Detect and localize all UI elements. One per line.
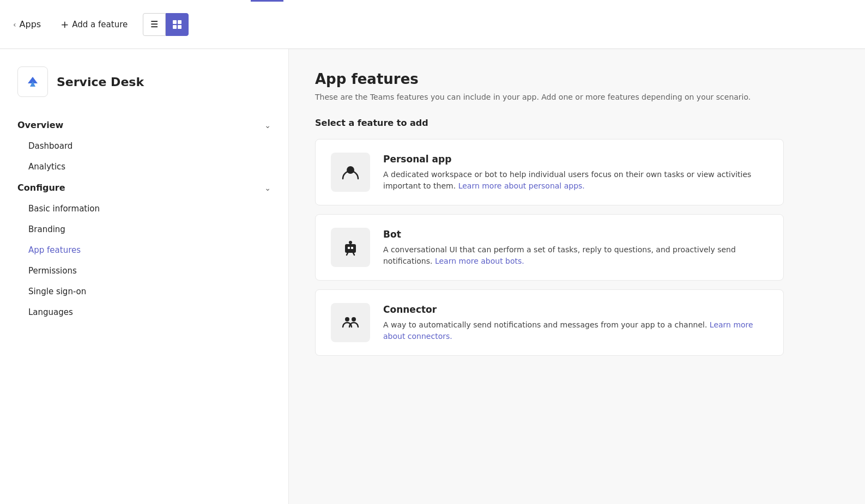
add-feature-button[interactable]: + Add a feature (61, 19, 128, 30)
bot-link[interactable]: Learn more about bots. (435, 257, 524, 265)
sidebar-item-basic-information[interactable]: Basic information (0, 198, 288, 219)
overview-section-header[interactable]: Overview ⌄ (0, 114, 288, 136)
bot-info: Bot A conversational UI that can perform… (383, 228, 768, 267)
list-icon: ☰ (150, 19, 158, 29)
connector-icon-box (331, 303, 370, 342)
overview-chevron-icon: ⌄ (264, 121, 271, 130)
page-subtitle: These are the Teams features you can inc… (315, 93, 751, 101)
configure-section-header[interactable]: Configure ⌄ (0, 177, 288, 198)
configure-section-title: Configure (17, 183, 65, 193)
topbar: ‹ Apps + Add a feature ☰ (0, 0, 865, 49)
personal-app-icon (341, 162, 360, 182)
connector-title: Connector (383, 304, 768, 315)
back-button[interactable]: ‹ Apps (13, 19, 41, 29)
overview-section-title: Overview (17, 120, 63, 130)
personal-app-card[interactable]: Personal app A dedicated workspace or bo… (315, 139, 784, 205)
connector-icon (341, 313, 360, 332)
add-feature-label: Add a feature (72, 20, 128, 29)
bot-desc: A conversational UI that can perform a s… (383, 244, 768, 267)
sidebar-item-languages[interactable]: Languages (0, 302, 288, 323)
connector-card[interactable]: Connector A way to automatically send no… (315, 289, 784, 356)
list-view-button[interactable]: ☰ (143, 13, 166, 36)
sidebar-item-app-features[interactable]: App features (0, 240, 288, 260)
sidebar: Service Desk Overview ⌄ Dashboard Analyt… (0, 49, 289, 504)
grid-icon (173, 20, 182, 29)
sidebar-item-permissions[interactable]: Permissions (0, 260, 288, 281)
personal-app-title: Personal app (383, 154, 768, 165)
app-name: Service Desk (57, 75, 144, 89)
bot-icon (341, 238, 360, 257)
svg-rect-3 (351, 247, 353, 249)
svg-point-0 (347, 166, 354, 174)
nav-section-configure: Configure ⌄ Basic information Branding A… (0, 177, 288, 323)
bot-card[interactable]: Bot A conversational UI that can perform… (315, 214, 784, 281)
connector-desc: A way to automatically send notification… (383, 319, 768, 342)
personal-app-info: Personal app A dedicated workspace or bo… (383, 153, 768, 192)
sidebar-item-single-sign-on[interactable]: Single sign-on (0, 281, 288, 302)
personal-app-link[interactable]: Learn more about personal apps. (458, 181, 585, 190)
svg-point-7 (352, 317, 356, 321)
plus-icon: + (61, 19, 69, 30)
nav-section-overview: Overview ⌄ Dashboard Analytics (0, 114, 288, 177)
select-feature-label: Select a feature to add (315, 118, 839, 128)
main-layout: Service Desk Overview ⌄ Dashboard Analyt… (0, 49, 865, 504)
app-header: Service Desk (0, 62, 288, 114)
connector-info: Connector A way to automatically send no… (383, 303, 768, 342)
svg-point-6 (345, 317, 349, 321)
personal-app-icon-box (331, 153, 370, 192)
app-icon (17, 66, 48, 97)
page-title: App features (315, 71, 839, 87)
back-label: Apps (20, 19, 41, 29)
sidebar-item-dashboard[interactable]: Dashboard (0, 136, 288, 156)
sidebar-item-branding[interactable]: Branding (0, 219, 288, 240)
grid-view-button[interactable] (166, 13, 189, 36)
view-toggle: ☰ (143, 13, 189, 36)
bot-title: Bot (383, 229, 768, 240)
configure-chevron-icon: ⌄ (264, 184, 271, 192)
svg-rect-2 (348, 247, 350, 249)
sidebar-item-analytics[interactable]: Analytics (0, 156, 288, 177)
personal-app-desc: A dedicated workspace or bot to help ind… (383, 169, 768, 192)
svg-rect-1 (345, 244, 356, 253)
bot-icon-box (331, 228, 370, 267)
content-area: App features These are the Teams feature… (289, 49, 865, 504)
back-arrow-icon: ‹ (13, 20, 16, 29)
